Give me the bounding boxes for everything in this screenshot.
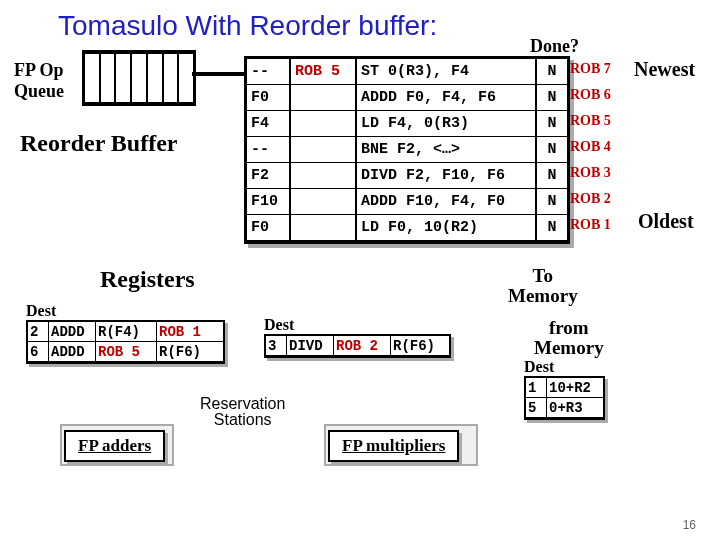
registers-label: Registers — [100, 266, 195, 293]
rob-row: --BNE F2, <…>N — [247, 137, 567, 163]
rob-row: --ROB 5ST 0(R3), F4N — [247, 59, 567, 85]
page-number: 16 — [683, 518, 696, 532]
reorder-buffer-label: Reorder Buffer — [20, 130, 178, 157]
reservation-stations-label: Reservation Stations — [200, 396, 285, 428]
rs-mem-table: 110+R250+R3 — [524, 376, 605, 420]
dest-label-adders: Dest — [26, 302, 56, 320]
rob-row: F0LD F0, 10(R2)N — [247, 215, 567, 241]
connector-line — [192, 72, 244, 76]
reorder-buffer-table: --ROB 5ST 0(R3), F4NF0ADDD F0, F4, F6NF4… — [244, 56, 570, 244]
rob-row: F10ADDD F10, F4, F0N — [247, 189, 567, 215]
rob-row: F0ADDD F0, F4, F6N — [247, 85, 567, 111]
fp-multipliers-unit: FP multipliers — [328, 430, 459, 462]
dest-label-mem: Dest — [524, 358, 554, 376]
from-memory-label: from Memory — [534, 318, 604, 358]
oldest-label: Oldest — [638, 210, 694, 233]
fp-adders-unit: FP adders — [64, 430, 165, 462]
page-title: Tomasulo With Reorder buffer: — [58, 10, 710, 42]
done-label: Done? — [530, 36, 579, 57]
rob-row: F4LD F4, 0(R3)N — [247, 111, 567, 137]
dest-label-mult: Dest — [264, 316, 294, 334]
rs-adders-table: 2ADDDR(F4)ROB 16ADDDROB 5R(F6) — [26, 320, 225, 364]
fp-op-queue-label: FP Op Queue — [14, 60, 64, 102]
rob-entry-names: ROB 7ROB 6ROB 5ROB 4ROB 3ROB 2ROB 1 — [570, 56, 611, 238]
fp-op-queue — [82, 50, 196, 106]
newest-label: Newest — [634, 58, 695, 81]
rs-mult-table: 3DIVDROB 2R(F6) — [264, 334, 451, 358]
to-memory-label: To Memory — [508, 266, 578, 306]
rob-row: F2DIVD F2, F10, F6N — [247, 163, 567, 189]
